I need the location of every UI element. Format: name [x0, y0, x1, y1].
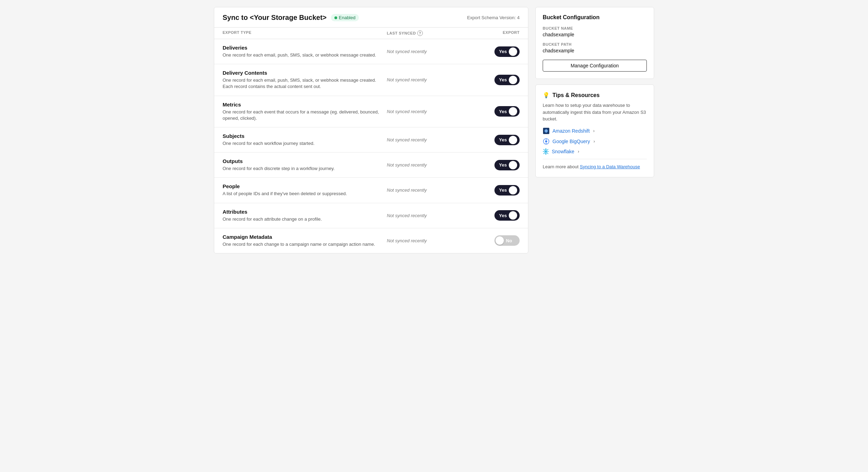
last-synced-1: Not synced recently	[387, 77, 478, 82]
google-bigquery-link[interactable]: Google BigQuery ›	[543, 138, 647, 145]
export-info-1: Delivery Contents One record for each em…	[223, 70, 387, 90]
bigquery-icon	[543, 138, 550, 145]
export-info-4: Outputs One record for each discrete ste…	[223, 158, 387, 172]
export-desc-2: One record for each event that occurs fo…	[223, 109, 387, 121]
syncing-link[interactable]: Syncing to a Data Warehouse	[580, 164, 640, 169]
toggle-cell-1: Yes	[478, 75, 520, 85]
toggle-7[interactable]: No	[494, 235, 520, 246]
last-synced-2: Not synced recently	[387, 109, 478, 114]
toggle-knob-0	[509, 47, 517, 56]
toggle-2[interactable]: Yes	[494, 106, 520, 117]
export-rows-container: Deliveries One record for each email, pu…	[214, 39, 528, 253]
tips-title: 💡 Tips & Resources	[543, 92, 647, 98]
toggle-knob-4	[509, 161, 517, 169]
status-badge: Enabled	[331, 14, 359, 21]
divider	[543, 159, 647, 159]
toggle-0[interactable]: Yes	[494, 46, 520, 57]
main-header: Sync to <Your Storage Bucket> Enabled Ex…	[214, 7, 528, 28]
export-info-2: Metrics One record for each event that o…	[223, 102, 387, 121]
tips-card: 💡 Tips & Resources Learn how to setup yo…	[535, 84, 654, 177]
bucket-config-card: Bucket Configuration Bucket Name chadsex…	[535, 7, 654, 79]
tips-description: Learn how to setup your data warehouse t…	[543, 102, 647, 123]
export-name-4: Outputs	[223, 158, 387, 164]
toggle-cell-5: Yes	[478, 185, 520, 196]
bucket-name-label: Bucket Name	[543, 26, 647, 30]
last-synced-3: Not synced recently	[387, 137, 478, 142]
toggle-4[interactable]: Yes	[494, 160, 520, 170]
export-desc-3: One record for each workflow journey sta…	[223, 140, 387, 147]
redshift-chevron: ›	[593, 128, 595, 133]
export-name-5: People	[223, 183, 387, 189]
export-name-1: Delivery Contents	[223, 70, 387, 76]
toggle-cell-0: Yes	[478, 46, 520, 57]
toggle-cell-7: No	[478, 235, 520, 246]
tips-footer: Learn more about Syncing to a Data Wareh…	[543, 163, 647, 170]
table-row: Attributes One record for each attribute…	[214, 203, 528, 228]
col-last-synced: Last Synced ?	[387, 30, 478, 36]
schema-version: Export Schema Version: 4	[467, 15, 520, 20]
svg-point-4	[545, 140, 547, 142]
table-row: Metrics One record for each event that o…	[214, 96, 528, 127]
export-desc-7: One record for each change to a campaign…	[223, 241, 387, 248]
bucket-path-label: Bucket Path	[543, 42, 647, 46]
col-export-type: Export Type	[223, 30, 387, 36]
export-name-0: Deliveries	[223, 45, 387, 51]
badge-label: Enabled	[339, 15, 356, 20]
toggle-knob-7	[496, 236, 504, 245]
export-name-3: Subjects	[223, 133, 387, 139]
toggle-5[interactable]: Yes	[494, 185, 520, 196]
last-synced-6: Not synced recently	[387, 213, 478, 218]
toggle-cell-4: Yes	[478, 160, 520, 170]
snowflake-chevron: ›	[578, 149, 579, 154]
bucket-name-value: chadsexample	[543, 32, 647, 37]
bucket-config-title: Bucket Configuration	[543, 14, 647, 21]
last-synced-0: Not synced recently	[387, 49, 478, 54]
toggle-1[interactable]: Yes	[494, 75, 520, 85]
redshift-icon	[543, 127, 550, 134]
export-desc-5: A list of people IDs and if they've been…	[223, 191, 387, 197]
export-info-6: Attributes One record for each attribute…	[223, 209, 387, 222]
manage-configuration-button[interactable]: Manage Configuration	[543, 60, 647, 72]
export-desc-4: One record for each discrete step in a w…	[223, 165, 387, 172]
toggle-6[interactable]: Yes	[494, 210, 520, 221]
export-info-3: Subjects One record for each workflow jo…	[223, 133, 387, 147]
export-info-0: Deliveries One record for each email, pu…	[223, 45, 387, 58]
help-icon[interactable]: ?	[417, 30, 423, 36]
export-name-2: Metrics	[223, 102, 387, 108]
main-panel: Sync to <Your Storage Bucket> Enabled Ex…	[214, 7, 528, 253]
last-synced-5: Not synced recently	[387, 187, 478, 193]
table-row: Outputs One record for each discrete ste…	[214, 153, 528, 178]
toggle-knob-6	[509, 211, 517, 220]
table-header: Export Type Last Synced ? Export	[214, 28, 528, 39]
export-name-7: Campaign Metadata	[223, 234, 387, 240]
export-name-6: Attributes	[223, 209, 387, 215]
bulb-icon: 💡	[543, 92, 550, 98]
toggle-cell-3: Yes	[478, 135, 520, 145]
page-title: Sync to <Your Storage Bucket>	[223, 14, 327, 22]
toggle-knob-2	[509, 107, 517, 116]
toggle-knob-3	[509, 136, 517, 144]
toggle-cell-2: Yes	[478, 106, 520, 117]
toggle-knob-1	[509, 76, 517, 84]
bucket-path-value: chadsexample	[543, 48, 647, 53]
table-row: Subjects One record for each workflow jo…	[214, 127, 528, 153]
amazon-redshift-link[interactable]: Amazon Redshift ›	[543, 127, 647, 134]
toggle-3[interactable]: Yes	[494, 135, 520, 145]
export-info-7: Campaign Metadata One record for each ch…	[223, 234, 387, 248]
table-row: Delivery Contents One record for each em…	[214, 64, 528, 96]
table-row: Deliveries One record for each email, pu…	[214, 39, 528, 64]
snowflake-icon	[543, 148, 549, 155]
export-desc-0: One record for each email, push, SMS, sl…	[223, 52, 387, 58]
table-row: Campaign Metadata One record for each ch…	[214, 228, 528, 253]
toggle-cell-6: Yes	[478, 210, 520, 221]
export-desc-6: One record for each attribute change on …	[223, 216, 387, 222]
enabled-dot	[334, 16, 337, 19]
last-synced-4: Not synced recently	[387, 162, 478, 168]
snowflake-link[interactable]: Snowflake ›	[543, 148, 647, 155]
last-synced-7: Not synced recently	[387, 238, 478, 243]
table-row: People A list of people IDs and if they'…	[214, 178, 528, 203]
bigquery-chevron: ›	[593, 139, 595, 144]
toggle-knob-5	[509, 186, 517, 194]
col-export: Export	[478, 30, 520, 36]
export-desc-1: One record for each email, push, SMS, sl…	[223, 77, 387, 90]
